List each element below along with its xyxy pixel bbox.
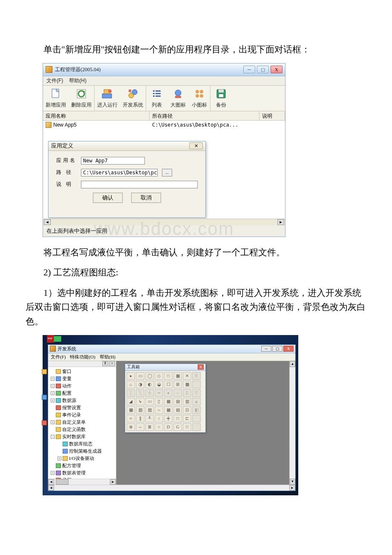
toolbox-tool[interactable]: ⊞: [173, 381, 182, 388]
minimize-button[interactable]: ─: [243, 66, 255, 73]
toolbox-tool[interactable]: □: [173, 415, 182, 422]
project-tree[interactable]: 窗口+变量+动作+配置+数据源报警设置事件记录+自定义菜单自定义函数-实时数据库…: [48, 367, 116, 479]
toolbox-tool[interactable]: ▤: [173, 398, 182, 405]
tree-node[interactable]: +配置: [49, 390, 115, 397]
tree-node[interactable]: +自定义菜单: [49, 419, 115, 426]
dlg-ok-button[interactable]: 确认: [93, 193, 123, 203]
toolbox-tool[interactable]: ◧: [192, 406, 201, 414]
tree-node[interactable]: +数据源: [49, 397, 115, 404]
toolbox-tool[interactable]: ╲: [136, 389, 144, 397]
toolbar-new-app[interactable]: 新增应用: [43, 86, 69, 111]
toolbox-tool[interactable]: ↔: [155, 406, 163, 414]
tree-expand-icon[interactable]: +: [51, 377, 55, 381]
scroll-right-icon[interactable]: ►: [277, 219, 284, 225]
dialog-close-button[interactable]: ✕: [189, 142, 203, 149]
tree-expand-icon[interactable]: -: [51, 435, 55, 439]
menu-help[interactable]: 帮助(H): [69, 77, 86, 84]
toolbar-delete-app[interactable]: 删除应用: [69, 86, 94, 111]
scroll-down-icon[interactable]: ▼: [290, 479, 295, 485]
tree-node[interactable]: 报警设置: [49, 404, 115, 411]
toolbox-tool[interactable]: □: [164, 372, 173, 380]
col-header-desc[interactable]: 说明: [259, 111, 285, 120]
toolbox-tool[interactable]: ↳: [136, 398, 144, 405]
toolbox-tool[interactable]: ╨: [145, 415, 154, 422]
toolbox-tool[interactable]: ▦: [164, 406, 173, 414]
toolbox-tool[interactable]: ▨: [145, 406, 154, 414]
toolbox-tool[interactable]: ‖: [136, 415, 144, 422]
scroll-up-icon[interactable]: ▲: [290, 361, 295, 367]
toolbar-large-icons[interactable]: 大图标: [167, 86, 189, 111]
toolbox-tool[interactable]: ⊏: [183, 415, 191, 422]
scroll-left-icon[interactable]: ◄: [48, 485, 54, 491]
toolbox-tool[interactable]: ◑: [136, 381, 144, 388]
canvas-vscrollbar[interactable]: ▲ ▼: [289, 361, 295, 485]
scroll-right-icon[interactable]: ►: [289, 485, 295, 491]
scroll-left-icon[interactable]: ◄: [44, 219, 51, 225]
ds-menu-file[interactable]: 文件(F): [51, 354, 66, 360]
ds-close-button[interactable]: X: [283, 346, 294, 352]
tree-node[interactable]: +动作: [49, 382, 115, 390]
dlg-cancel-button[interactable]: 取消: [131, 193, 161, 203]
toolbox-tool[interactable]: □: [183, 423, 191, 431]
tree-node[interactable]: 自定义函数: [49, 426, 115, 433]
tree-node[interactable]: 窗口: [49, 368, 115, 375]
toolbox-tool[interactable]: ┿: [164, 415, 173, 422]
maximize-button[interactable]: ▢: [257, 66, 269, 73]
menu-file[interactable]: 文件(F): [46, 77, 63, 84]
tree-node[interactable]: 数据库组态: [49, 440, 115, 448]
toolbar-dev[interactable]: 开发系统: [120, 86, 146, 111]
toolbox-tool[interactable]: ▯: [155, 398, 163, 405]
tree-hscrollbar[interactable]: ◄ ►: [48, 479, 116, 485]
tree-expand-icon[interactable]: +: [51, 471, 55, 475]
tree-node[interactable]: -实时数据库: [49, 433, 115, 440]
scroll-left-icon[interactable]: ◄: [48, 479, 54, 485]
ds-menu-special[interactable]: 特殊功能(O): [70, 354, 95, 360]
design-canvas[interactable]: 工具箱 X ▸▭◯◇□▦✕⎘⌂◑◐◒☐⊞▩│╲┼━●○Σ▽◢↳▭▯▦▤▥▲▦▧▨…: [116, 361, 289, 485]
tree-node[interactable]: 控制策略生成器: [49, 448, 115, 455]
toolbox-tool[interactable]: ▦: [127, 406, 135, 414]
tree-expand-icon[interactable]: +: [51, 420, 55, 424]
toolbox-tool[interactable]: ◐: [145, 381, 154, 388]
close-button[interactable]: X: [271, 66, 282, 73]
dlg-input-desc[interactable]: [81, 181, 198, 188]
toolbox-tool[interactable]: ▩: [183, 381, 191, 388]
toolbox-tool[interactable]: ⎘: [192, 372, 201, 380]
tree-close-icon[interactable]: ×: [109, 361, 115, 366]
toolbox-tool[interactable]: │: [127, 389, 135, 397]
toolbox-tool[interactable]: D: [164, 423, 173, 431]
toolbox-tool[interactable]: ⊡: [183, 406, 191, 414]
toolbox-tool[interactable]: ▥: [183, 398, 191, 405]
toolbox-tool[interactable]: ▦: [173, 372, 182, 380]
toolbox-tool[interactable]: ●: [164, 389, 173, 397]
col-header-path[interactable]: 所在路径: [150, 111, 259, 120]
toolbox-tool[interactable]: ⌂: [127, 381, 135, 388]
tree-pin-icon[interactable]: ⊼: [102, 361, 108, 366]
toolbox-tool[interactable]: ○: [173, 389, 182, 397]
toolbox-tool[interactable]: [192, 381, 201, 388]
canvas-hscrollbar[interactable]: ◄ ►: [48, 485, 295, 491]
toolbox-tool[interactable]: ≡: [127, 415, 135, 422]
tree-expand-icon[interactable]: +: [51, 391, 55, 395]
toolbox-tool[interactable]: ▧: [136, 406, 144, 414]
scroll-thumb[interactable]: [56, 479, 69, 485]
dlg-input-path[interactable]: C:\Users\asus\Desktop\pc: [81, 169, 158, 176]
toolbox-tool[interactable]: ┼: [145, 389, 154, 397]
toolbox-tool[interactable]: ◢: [127, 398, 135, 405]
toolbox-tool[interactable]: [192, 415, 201, 422]
toolbox-tool[interactable]: ≣: [145, 423, 154, 431]
toolbox-tool[interactable]: ⊕: [127, 423, 135, 431]
toolbox-tool[interactable]: ▽: [192, 389, 201, 397]
scroll-right-icon[interactable]: ►: [110, 479, 116, 485]
tree-node[interactable]: +变量: [49, 375, 115, 382]
toolbox-tool[interactable]: ▭: [145, 398, 154, 405]
dlg-input-name[interactable]: New App7: [81, 157, 145, 165]
toolbox-tool[interactable]: ▤: [173, 406, 182, 414]
tree-node[interactable]: +I/O设备驱动: [49, 455, 115, 462]
toolbox-tool[interactable]: Σ: [183, 389, 191, 397]
toolbox-tool[interactable]: ✕: [183, 372, 191, 380]
app-row[interactable]: New App5 C:\Users\asus\Desktop\pca...: [43, 121, 285, 129]
toolbox-tool[interactable]: ▦: [164, 398, 173, 405]
ds-maximize-button[interactable]: ▢: [272, 346, 282, 352]
toolbox-tool[interactable]: ▭: [136, 372, 144, 380]
toolbox-tool[interactable]: ☐: [164, 381, 173, 388]
